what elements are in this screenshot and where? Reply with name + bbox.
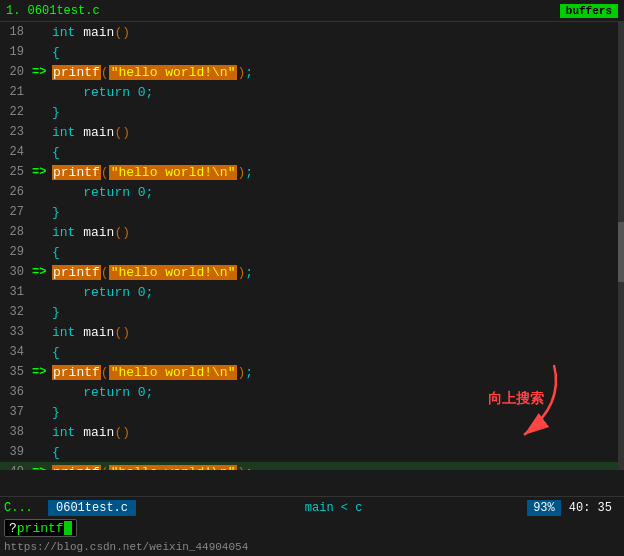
code-line-21: 21 return 0; [0, 82, 624, 102]
breakpoint-arrow: => [32, 365, 52, 379]
search-input-wrap[interactable]: ? printf [4, 519, 77, 537]
line-number: 24 [2, 145, 32, 159]
code-line-19: 19 { [0, 42, 624, 62]
line-number: 35 [2, 365, 32, 379]
code-text: return 0; [52, 385, 153, 400]
status-location: main < c [140, 501, 527, 515]
code-line-25: 25=>printf("hello world!\n"); [0, 162, 624, 182]
code-line-33: 33 int main() [0, 322, 624, 342]
status-bar: C... 0601test.c main < c 93% 40: 35 [0, 496, 624, 518]
code-line-34: 34 { [0, 342, 624, 362]
code-line-30: 30=>printf("hello world!\n"); [0, 262, 624, 282]
breakpoint-arrow: => [32, 165, 52, 179]
line-number: 31 [2, 285, 32, 299]
line-number: 32 [2, 305, 32, 319]
line-number: 19 [2, 45, 32, 59]
top-bar-filename: 1. 0601test.c [6, 4, 560, 18]
line-number: 28 [2, 225, 32, 239]
code-text: printf("hello world!\n"); [52, 65, 253, 80]
code-text: int main() [52, 225, 130, 240]
scroll-thumb[interactable] [618, 222, 624, 282]
code-line-22: 22 } [0, 102, 624, 122]
command-line[interactable]: ? printf [0, 518, 624, 538]
code-line-38: 38 int main() [0, 422, 624, 442]
cursor [64, 521, 72, 535]
status-percent: 93% [527, 500, 561, 516]
code-line-29: 29 { [0, 242, 624, 262]
url-bar: https://blog.csdn.net/weixin_44904054 [0, 538, 624, 556]
code-text: return 0; [52, 85, 153, 100]
breakpoint-arrow: => [32, 265, 52, 279]
code-text: printf("hello world!\n"); [52, 365, 253, 380]
line-number: 26 [2, 185, 32, 199]
code-line-39: 39 { [0, 442, 624, 462]
search-text[interactable]: printf [17, 521, 64, 536]
code-text: { [52, 445, 60, 460]
line-number: 20 [2, 65, 32, 79]
code-text: int main() [52, 125, 130, 140]
line-number: 36 [2, 385, 32, 399]
search-prefix: ? [9, 521, 17, 536]
search-annotation: 向上搜索 [488, 390, 544, 408]
line-number: 39 [2, 445, 32, 459]
breakpoint-arrow: => [32, 465, 52, 470]
line-number: 27 [2, 205, 32, 219]
line-number: 34 [2, 345, 32, 359]
code-text: int main() [52, 25, 130, 40]
code-text: { [52, 145, 60, 160]
line-number: 40 [2, 465, 32, 470]
line-number: 37 [2, 405, 32, 419]
code-text: int main() [52, 425, 130, 440]
line-number: 29 [2, 245, 32, 259]
code-text: } [52, 305, 60, 320]
code-text: return 0; [52, 285, 153, 300]
code-line-26: 26 return 0; [0, 182, 624, 202]
line-number: 23 [2, 125, 32, 139]
line-number: 22 [2, 105, 32, 119]
code-line-20: 20=>printf("hello world!\n"); [0, 62, 624, 82]
code-line-32: 32 } [0, 302, 624, 322]
code-line-18: 18 int main() [0, 22, 624, 42]
code-text: } [52, 405, 60, 420]
code-text: } [52, 205, 60, 220]
code-text: int main() [52, 325, 130, 340]
code-text: { [52, 45, 60, 60]
top-bar-badge: buffers [560, 4, 618, 18]
code-text: printf("hello world!\n"); [52, 265, 253, 280]
line-number: 18 [2, 25, 32, 39]
breakpoint-arrow: => [32, 65, 52, 79]
status-filename: 0601test.c [48, 500, 136, 516]
code-line-28: 28 int main() [0, 222, 624, 242]
code-line-24: 24 { [0, 142, 624, 162]
code-line-35: 35=>printf("hello world!\n"); [0, 362, 624, 382]
status-mode: C... [4, 501, 44, 515]
code-line-31: 31 return 0; [0, 282, 624, 302]
scrollbar[interactable] [618, 22, 624, 470]
status-line: 40: 35 [561, 500, 620, 516]
code-text: { [52, 345, 60, 360]
code-line-40: 40=>printf("hello world!\n"); [0, 462, 624, 470]
code-line-27: 27 } [0, 202, 624, 222]
code-text: printf("hello world!\n"); [52, 465, 253, 471]
top-bar: 1. 0601test.c buffers [0, 0, 624, 22]
code-text: } [52, 105, 60, 120]
url-text: https://blog.csdn.net/weixin_44904054 [4, 541, 248, 553]
line-number: 30 [2, 265, 32, 279]
line-number: 25 [2, 165, 32, 179]
line-number: 21 [2, 85, 32, 99]
code-text: return 0; [52, 185, 153, 200]
code-text: { [52, 245, 60, 260]
line-number: 33 [2, 325, 32, 339]
code-text: printf("hello world!\n"); [52, 165, 253, 180]
line-number: 38 [2, 425, 32, 439]
code-line-23: 23 int main() [0, 122, 624, 142]
